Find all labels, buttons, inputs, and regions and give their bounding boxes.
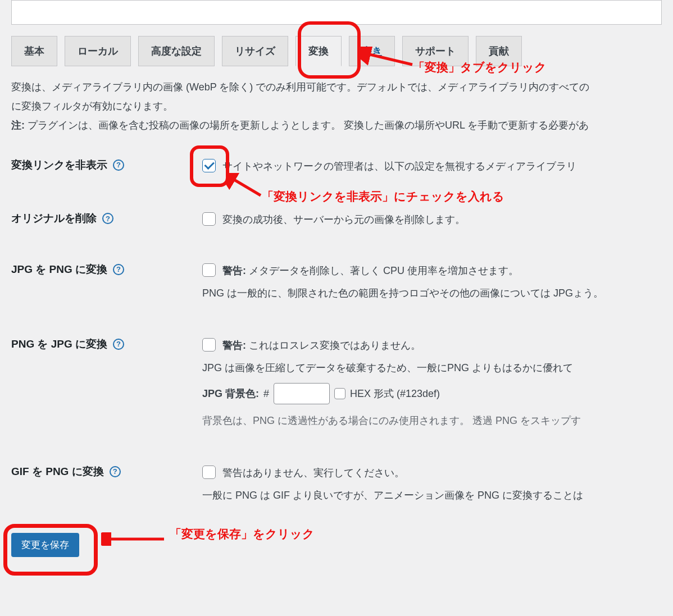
checkbox-delete-original[interactable] xyxy=(202,212,216,226)
setting-row-jpg-to-png: JPG を PNG に変換 ? 警告: メタデータを削除し、著しく CPU 使用… xyxy=(11,234,662,309)
tab-convert[interactable]: 変換 xyxy=(295,36,342,66)
checkbox-description: 警告はありません、実行してください。 xyxy=(222,464,404,482)
tab-local[interactable]: ローカル xyxy=(65,36,131,66)
tab-resize[interactable]: リサイズ xyxy=(222,36,288,66)
checkbox-description: サイトやネットワークの管理者は、以下の設定を無視するメディアライブラリ xyxy=(222,158,576,175)
setting-row-gif-to-png: GIF を PNG に変換 ? 警告はありません、実行してください。 一般に P… xyxy=(11,436,662,511)
svg-line-1 xyxy=(230,177,261,195)
tab-label: サポート xyxy=(415,45,456,57)
checkbox-jpg-to-png[interactable] xyxy=(202,263,216,277)
svg-line-0 xyxy=(365,53,412,65)
description-line2: に変換フィルタが有効になります。 xyxy=(11,101,173,112)
label-text: GIF を PNG に変換 xyxy=(11,464,104,479)
setting-row-hide-convert-links: 変換リンクを非表示 ? サイトやネットワークの管理者は、以下の設定を無視するメデ… xyxy=(11,141,662,181)
note-text: プラグインは、画像を含む投稿の画像の場所を更新しようとします。 変換した画像の場… xyxy=(25,120,589,131)
label-text: JPG を PNG に変換 xyxy=(11,262,107,277)
description-line1: 変換は、メディアライブラリ内の画像 (WebP を除く) でのみ利用可能です。デ… xyxy=(11,81,589,93)
setting-label: JPG を PNG に変換 ? xyxy=(11,262,202,277)
tab-basic[interactable]: 基本 xyxy=(11,36,57,66)
warning-text: メタデータを削除し、著しく CPU 使用率を増加させます。 xyxy=(246,265,519,276)
tab-label: 変換 xyxy=(308,45,329,57)
content-editor-box xyxy=(11,0,662,25)
warning-label: 警告: xyxy=(222,340,246,351)
annotation-text-tab: 「変換」タブをクリック xyxy=(413,60,547,75)
checkbox-description: 警告: メタデータを削除し、著しく CPU 使用率を増加させます。 xyxy=(222,262,519,280)
help-icon[interactable]: ? xyxy=(110,466,121,477)
warning-label: 警告: xyxy=(222,265,246,276)
setting-label: 変換リンクを非表示 ? xyxy=(11,158,202,172)
tab-advanced[interactable]: 高度な設定 xyxy=(138,36,215,66)
label-text: PNG を JPG に変換 xyxy=(11,337,107,352)
checkbox-gif-to-png[interactable] xyxy=(202,466,216,479)
tab-label: リサイズ xyxy=(235,45,275,57)
checkbox-description: 警告: これはロスレス変換ではありません。 xyxy=(222,337,421,354)
bg-color-label: JPG 背景色: xyxy=(202,387,259,400)
checkbox-png-to-jpg[interactable] xyxy=(202,338,216,352)
note-label: 注: xyxy=(11,120,25,131)
setting-row-png-to-jpg: PNG を JPG に変換 ? 警告: これはロスレス変換ではありません。 JP… xyxy=(11,309,662,436)
annotation-arrow-checkbox xyxy=(226,173,266,199)
help-icon[interactable]: ? xyxy=(113,339,124,350)
bg-color-input[interactable] xyxy=(274,383,330,404)
checkbox-hide-convert-links[interactable] xyxy=(202,159,216,172)
annotation-text-checkbox: 「変換リンクを非表示」にチェックを入れる xyxy=(262,189,504,204)
settings-tabs: 基本 ローカル 高度な設定 リサイズ 変換 書き サポート 貢献 xyxy=(0,36,673,66)
label-text: オリジナルを削除 xyxy=(11,211,97,226)
setting-label: GIF を PNG に変換 ? xyxy=(11,464,202,479)
annotation-arrow-tab xyxy=(360,47,416,71)
annotation-arrow-save xyxy=(101,532,169,546)
hex-format-label: HEX 形式 (#123def) xyxy=(350,387,440,400)
tab-label: ローカル xyxy=(78,45,118,57)
tab-label: 基本 xyxy=(24,45,44,57)
save-button-label: 変更を保存 xyxy=(21,540,69,550)
setting-label: オリジナルを削除 ? xyxy=(11,211,202,226)
warning-text: これはロスレス変換ではありません。 xyxy=(246,340,421,351)
sub-description: PNG は一般的に、制限された色の範囲を持つロゴやその他の画像については JPG… xyxy=(202,284,662,303)
annotation-text-save: 「変更を保存」をクリック xyxy=(170,526,315,542)
tab-description: 変換は、メディアライブラリ内の画像 (WebP を除く) でのみ利用可能です。デ… xyxy=(0,66,673,141)
sub-description: 一般に PNG は GIF より良いですが、アニメーション画像を PNG に変換… xyxy=(202,486,662,505)
help-icon[interactable]: ? xyxy=(102,213,113,224)
help-icon[interactable]: ? xyxy=(113,159,124,171)
tab-label: 貢献 xyxy=(489,45,509,57)
checkbox-description: 変換の成功後、サーバーから元の画像を削除します。 xyxy=(222,211,465,229)
tab-label: 高度な設定 xyxy=(151,45,202,57)
setting-label: PNG を JPG に変換 ? xyxy=(11,337,202,352)
sub-description: JPG は画像を圧縮してデータを破棄するため、一般にPNG よりもはるかに優れて xyxy=(202,358,662,377)
bg-color-note: 背景色は、PNG に透過性がある場合にのみ使用されます。 透過 PNG をスキッ… xyxy=(202,411,662,430)
bg-color-row: JPG 背景色: # HEX 形式 (#123def) xyxy=(202,383,662,404)
checkbox-hex-format[interactable] xyxy=(334,388,345,399)
label-text: 変換リンクを非表示 xyxy=(11,158,107,172)
save-button[interactable]: 変更を保存 xyxy=(11,533,79,557)
bg-hash: # xyxy=(263,388,269,400)
help-icon[interactable]: ? xyxy=(113,264,124,275)
